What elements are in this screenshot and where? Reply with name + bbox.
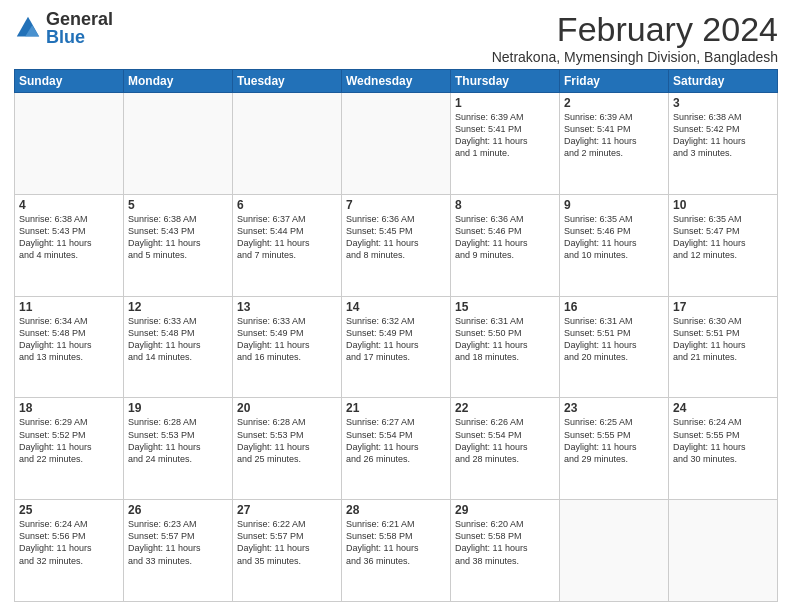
cell-info: Sunrise: 6:34 AM Sunset: 5:48 PM Dayligh… bbox=[19, 315, 119, 364]
cell-info: Sunrise: 6:38 AM Sunset: 5:43 PM Dayligh… bbox=[128, 213, 228, 262]
day-number: 4 bbox=[19, 198, 119, 212]
calendar-cell bbox=[560, 500, 669, 602]
day-number: 23 bbox=[564, 401, 664, 415]
cell-info: Sunrise: 6:35 AM Sunset: 5:47 PM Dayligh… bbox=[673, 213, 773, 262]
week-row-4: 25Sunrise: 6:24 AM Sunset: 5:56 PM Dayli… bbox=[15, 500, 778, 602]
cell-info: Sunrise: 6:25 AM Sunset: 5:55 PM Dayligh… bbox=[564, 416, 664, 465]
cell-info: Sunrise: 6:33 AM Sunset: 5:48 PM Dayligh… bbox=[128, 315, 228, 364]
cell-info: Sunrise: 6:24 AM Sunset: 5:56 PM Dayligh… bbox=[19, 518, 119, 567]
calendar-cell: 4Sunrise: 6:38 AM Sunset: 5:43 PM Daylig… bbox=[15, 194, 124, 296]
cell-info: Sunrise: 6:38 AM Sunset: 5:42 PM Dayligh… bbox=[673, 111, 773, 160]
day-number: 10 bbox=[673, 198, 773, 212]
day-number: 29 bbox=[455, 503, 555, 517]
week-row-3: 18Sunrise: 6:29 AM Sunset: 5:52 PM Dayli… bbox=[15, 398, 778, 500]
day-number: 1 bbox=[455, 96, 555, 110]
cell-info: Sunrise: 6:24 AM Sunset: 5:55 PM Dayligh… bbox=[673, 416, 773, 465]
calendar-cell: 26Sunrise: 6:23 AM Sunset: 5:57 PM Dayli… bbox=[124, 500, 233, 602]
col-wednesday: Wednesday bbox=[342, 70, 451, 93]
day-number: 20 bbox=[237, 401, 337, 415]
calendar-cell: 16Sunrise: 6:31 AM Sunset: 5:51 PM Dayli… bbox=[560, 296, 669, 398]
calendar-cell: 6Sunrise: 6:37 AM Sunset: 5:44 PM Daylig… bbox=[233, 194, 342, 296]
calendar-cell: 9Sunrise: 6:35 AM Sunset: 5:46 PM Daylig… bbox=[560, 194, 669, 296]
day-number: 16 bbox=[564, 300, 664, 314]
cell-info: Sunrise: 6:33 AM Sunset: 5:49 PM Dayligh… bbox=[237, 315, 337, 364]
calendar: Sunday Monday Tuesday Wednesday Thursday… bbox=[14, 69, 778, 602]
day-number: 25 bbox=[19, 503, 119, 517]
cell-info: Sunrise: 6:31 AM Sunset: 5:51 PM Dayligh… bbox=[564, 315, 664, 364]
page: General Blue February 2024 Netrakona, My… bbox=[0, 0, 792, 612]
logo-icon bbox=[14, 14, 42, 42]
cell-info: Sunrise: 6:23 AM Sunset: 5:57 PM Dayligh… bbox=[128, 518, 228, 567]
cell-info: Sunrise: 6:28 AM Sunset: 5:53 PM Dayligh… bbox=[237, 416, 337, 465]
calendar-cell: 11Sunrise: 6:34 AM Sunset: 5:48 PM Dayli… bbox=[15, 296, 124, 398]
calendar-cell: 18Sunrise: 6:29 AM Sunset: 5:52 PM Dayli… bbox=[15, 398, 124, 500]
calendar-cell: 21Sunrise: 6:27 AM Sunset: 5:54 PM Dayli… bbox=[342, 398, 451, 500]
calendar-cell: 28Sunrise: 6:21 AM Sunset: 5:58 PM Dayli… bbox=[342, 500, 451, 602]
week-row-2: 11Sunrise: 6:34 AM Sunset: 5:48 PM Dayli… bbox=[15, 296, 778, 398]
col-thursday: Thursday bbox=[451, 70, 560, 93]
calendar-cell: 15Sunrise: 6:31 AM Sunset: 5:50 PM Dayli… bbox=[451, 296, 560, 398]
day-number: 26 bbox=[128, 503, 228, 517]
cell-info: Sunrise: 6:21 AM Sunset: 5:58 PM Dayligh… bbox=[346, 518, 446, 567]
cell-info: Sunrise: 6:31 AM Sunset: 5:50 PM Dayligh… bbox=[455, 315, 555, 364]
calendar-cell: 12Sunrise: 6:33 AM Sunset: 5:48 PM Dayli… bbox=[124, 296, 233, 398]
calendar-cell bbox=[669, 500, 778, 602]
day-number: 15 bbox=[455, 300, 555, 314]
cell-info: Sunrise: 6:39 AM Sunset: 5:41 PM Dayligh… bbox=[455, 111, 555, 160]
calendar-cell: 22Sunrise: 6:26 AM Sunset: 5:54 PM Dayli… bbox=[451, 398, 560, 500]
day-number: 27 bbox=[237, 503, 337, 517]
day-number: 17 bbox=[673, 300, 773, 314]
day-number: 2 bbox=[564, 96, 664, 110]
day-number: 3 bbox=[673, 96, 773, 110]
calendar-cell: 3Sunrise: 6:38 AM Sunset: 5:42 PM Daylig… bbox=[669, 93, 778, 195]
calendar-cell: 20Sunrise: 6:28 AM Sunset: 5:53 PM Dayli… bbox=[233, 398, 342, 500]
cell-info: Sunrise: 6:20 AM Sunset: 5:58 PM Dayligh… bbox=[455, 518, 555, 567]
day-number: 14 bbox=[346, 300, 446, 314]
day-number: 19 bbox=[128, 401, 228, 415]
location: Netrakona, Mymensingh Division, Banglade… bbox=[492, 49, 778, 65]
day-number: 11 bbox=[19, 300, 119, 314]
cell-info: Sunrise: 6:36 AM Sunset: 5:45 PM Dayligh… bbox=[346, 213, 446, 262]
cell-info: Sunrise: 6:37 AM Sunset: 5:44 PM Dayligh… bbox=[237, 213, 337, 262]
calendar-cell: 25Sunrise: 6:24 AM Sunset: 5:56 PM Dayli… bbox=[15, 500, 124, 602]
cell-info: Sunrise: 6:38 AM Sunset: 5:43 PM Dayligh… bbox=[19, 213, 119, 262]
cell-info: Sunrise: 6:27 AM Sunset: 5:54 PM Dayligh… bbox=[346, 416, 446, 465]
month-title: February 2024 bbox=[492, 10, 778, 49]
cell-info: Sunrise: 6:26 AM Sunset: 5:54 PM Dayligh… bbox=[455, 416, 555, 465]
calendar-cell: 27Sunrise: 6:22 AM Sunset: 5:57 PM Dayli… bbox=[233, 500, 342, 602]
calendar-cell: 5Sunrise: 6:38 AM Sunset: 5:43 PM Daylig… bbox=[124, 194, 233, 296]
calendar-cell: 17Sunrise: 6:30 AM Sunset: 5:51 PM Dayli… bbox=[669, 296, 778, 398]
day-number: 8 bbox=[455, 198, 555, 212]
calendar-cell: 24Sunrise: 6:24 AM Sunset: 5:55 PM Dayli… bbox=[669, 398, 778, 500]
day-number: 24 bbox=[673, 401, 773, 415]
day-number: 22 bbox=[455, 401, 555, 415]
day-number: 18 bbox=[19, 401, 119, 415]
logo-general: General bbox=[46, 10, 113, 28]
calendar-cell bbox=[233, 93, 342, 195]
col-friday: Friday bbox=[560, 70, 669, 93]
calendar-cell: 8Sunrise: 6:36 AM Sunset: 5:46 PM Daylig… bbox=[451, 194, 560, 296]
calendar-cell: 10Sunrise: 6:35 AM Sunset: 5:47 PM Dayli… bbox=[669, 194, 778, 296]
calendar-cell: 7Sunrise: 6:36 AM Sunset: 5:45 PM Daylig… bbox=[342, 194, 451, 296]
calendar-cell: 23Sunrise: 6:25 AM Sunset: 5:55 PM Dayli… bbox=[560, 398, 669, 500]
day-number: 28 bbox=[346, 503, 446, 517]
calendar-cell bbox=[124, 93, 233, 195]
cell-info: Sunrise: 6:30 AM Sunset: 5:51 PM Dayligh… bbox=[673, 315, 773, 364]
cell-info: Sunrise: 6:32 AM Sunset: 5:49 PM Dayligh… bbox=[346, 315, 446, 364]
day-number: 12 bbox=[128, 300, 228, 314]
calendar-cell: 13Sunrise: 6:33 AM Sunset: 5:49 PM Dayli… bbox=[233, 296, 342, 398]
day-number: 9 bbox=[564, 198, 664, 212]
calendar-cell: 2Sunrise: 6:39 AM Sunset: 5:41 PM Daylig… bbox=[560, 93, 669, 195]
week-row-1: 4Sunrise: 6:38 AM Sunset: 5:43 PM Daylig… bbox=[15, 194, 778, 296]
week-row-0: 1Sunrise: 6:39 AM Sunset: 5:41 PM Daylig… bbox=[15, 93, 778, 195]
col-monday: Monday bbox=[124, 70, 233, 93]
calendar-cell bbox=[15, 93, 124, 195]
cell-info: Sunrise: 6:36 AM Sunset: 5:46 PM Dayligh… bbox=[455, 213, 555, 262]
calendar-cell: 29Sunrise: 6:20 AM Sunset: 5:58 PM Dayli… bbox=[451, 500, 560, 602]
calendar-cell: 19Sunrise: 6:28 AM Sunset: 5:53 PM Dayli… bbox=[124, 398, 233, 500]
logo: General Blue bbox=[14, 10, 113, 46]
calendar-cell bbox=[342, 93, 451, 195]
header-row: Sunday Monday Tuesday Wednesday Thursday… bbox=[15, 70, 778, 93]
title-block: February 2024 Netrakona, Mymensingh Divi… bbox=[492, 10, 778, 65]
day-number: 6 bbox=[237, 198, 337, 212]
